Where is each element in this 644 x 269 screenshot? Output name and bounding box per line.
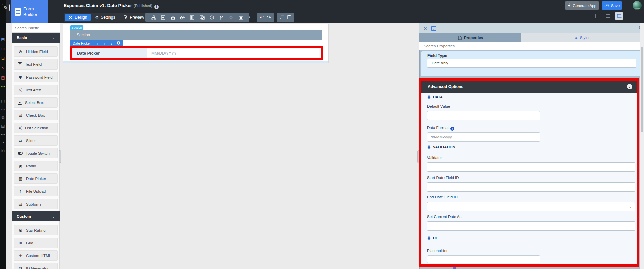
move-down-icon[interactable]: ↓ [108,41,115,45]
permission-lock-icon[interactable] [168,14,178,20]
help-tooltip-icon[interactable]: ? [450,127,454,131]
placeholder-input[interactable] [427,255,540,263]
validator-select[interactable]: ⌄ [427,162,635,172]
cloud-upload-icon [604,4,609,7]
report-doc-icon[interactable]: ▤ [0,124,6,129]
close-icon[interactable]: × [424,26,427,31]
data-format-input[interactable] [427,132,540,142]
form-structure-icon[interactable] [149,14,158,20]
collapse-chevron-icon[interactable]: ⌄ [627,84,632,89]
panel-scrollbar-thumb[interactable] [641,47,643,132]
palette-item-toggle-switch[interactable]: Toggle Switch [14,148,58,158]
undo-icon[interactable]: ↶ [259,14,265,20]
palette-item-password-field[interactable]: ✱Password Field [14,72,58,82]
palette-resize-handle[interactable] [59,150,61,163]
paste-icon[interactable] [286,15,292,20]
permission-green-icon[interactable]: ⊶ [0,84,6,89]
highlight-annotation-advanced-options: Advanced Options ⌄ DATA Default Value Da… [419,78,639,267]
palette-item-grid[interactable]: ⊞Grid [14,238,58,248]
palette-item-list-selection[interactable]: ≡List Selection [14,123,58,133]
notes-icon[interactable]: ▢ [0,99,6,103]
palette-group-custom[interactable]: Custom⌄ [12,211,60,221]
mode-button-group: Design ⚙Settings Preview [64,13,149,22]
radio-icon: ◉ [18,164,23,168]
redo-icon[interactable]: ↷ [266,14,272,20]
version-branch-icon[interactable] [217,14,226,20]
palette-item-check-box[interactable]: ☑Check Box [14,110,58,120]
table-icon[interactable] [187,14,197,20]
set-current-date-as-select[interactable]: ⌄ [427,221,635,231]
palette-item-id-generator[interactable]: IDID Generator [14,263,58,269]
move-top-icon[interactable]: ↑ [101,41,108,45]
report-red-icon[interactable]: ▤ [0,75,6,80]
form-blue-icon[interactable]: ▤ [0,37,6,41]
palette-item-star-rating[interactable]: ◉Star Rating [14,225,58,235]
field-label-cell[interactable]: Date Picker [72,48,147,58]
palette-item-file-upload[interactable]: ⤒File Upload [14,186,58,196]
internationalization-icon[interactable] [197,14,207,20]
default-value-input[interactable] [427,111,540,120]
exit-icon[interactable]: ⎗ [0,148,6,153]
section-header-bar[interactable]: Section [70,30,322,40]
info-icon[interactable]: i [154,5,159,9]
form-builder-logo: Form Builder [11,0,48,23]
advanced-options-header[interactable]: Advanced Options ⌄ [421,81,637,93]
preview-tab[interactable]: Preview [119,14,148,21]
field-type-label: Field Type [427,53,447,58]
find-binoculars-icon[interactable] [178,14,187,20]
field-type-select[interactable]: Date only⌄ [427,59,636,68]
json-icon[interactable]: {} [226,15,236,19]
variable-icon[interactable]: {x} [0,107,6,112]
palette-item-hidden-field[interactable]: ⊘Hidden Field [14,46,58,57]
plugin-icon[interactable]: ⊷ [0,132,6,137]
user-avatar[interactable]: admin [633,1,642,10]
delete-trash-icon[interactable] [115,41,122,45]
mobile-view-icon[interactable] [592,12,601,20]
palette-item-text-field[interactable]: TText Field [14,59,58,70]
toolbar-more-chevron[interactable]: › [249,14,250,19]
i18n-icon[interactable]: ⧉ [0,115,6,120]
panel-header: × ✓ [419,23,644,33]
start-date-field-id-select[interactable]: ⌄ [427,182,635,192]
palette-item-subform[interactable]: ▤Subform [14,199,58,209]
custom-html-icon: </> [18,254,23,257]
palette-item-text-area[interactable]: AText Area [14,85,58,95]
checkbox-icon[interactable]: ✓ [431,26,436,31]
palette-item-select-box[interactable]: ▾Select Box [14,97,58,108]
toggle-switch-icon [18,152,23,155]
validator-label: Validator [427,156,442,160]
monitor-gauge-icon[interactable]: ◔ [0,140,6,145]
date-input-preview[interactable]: MM/DD/YYYY [147,48,321,58]
section-heading-data: DATA [427,95,631,101]
palette-item-slider[interactable]: ⇄Slider [14,135,58,146]
tab-styles[interactable]: ◈ Styles [521,33,644,42]
section-heading-ui: UI [427,236,631,242]
screenshot-camera-icon[interactable] [236,14,246,20]
palette-search-input[interactable] [12,23,60,33]
help-icon[interactable]: ? [207,14,217,20]
end-date-field-id-select[interactable]: ⌄ [427,202,635,211]
field-id-icon[interactable] [158,14,168,20]
palette-item-custom-html[interactable]: </>Custom HTML [14,250,58,261]
properties-search-input[interactable] [419,42,644,50]
datalist-purple-icon[interactable]: ⊞ [0,47,6,51]
process-red-icon[interactable]: ⌥ [0,65,6,70]
edit-pencil-icon[interactable]: ✎ [2,4,10,11]
move-up-icon[interactable]: ↑ [94,41,101,45]
section-tab[interactable]: Section [70,25,83,30]
tablet-view-icon[interactable] [603,12,612,20]
copy-icon[interactable] [279,15,285,20]
generate-app-button[interactable]: Generate App [565,1,599,10]
palette-group-basic[interactable]: Basic⌄ [12,33,60,43]
palette-item-date-picker[interactable]: ▦Date Picker [14,173,58,184]
subform-icon: ▤ [18,202,23,207]
settings-tab[interactable]: ⚙Settings [91,14,119,21]
userview-yellow-icon[interactable]: ⊡ [0,56,6,61]
tab-properties[interactable]: Properties [419,33,521,42]
palette-item-radio[interactable]: ◉Radio [14,161,58,171]
design-tab[interactable]: Design [65,14,91,21]
chevron-down-icon: ⌄ [629,225,632,227]
save-button[interactable]: Save [602,1,622,10]
desktop-view-icon[interactable] [615,12,623,20]
grid-icon: ⊞ [18,241,23,245]
